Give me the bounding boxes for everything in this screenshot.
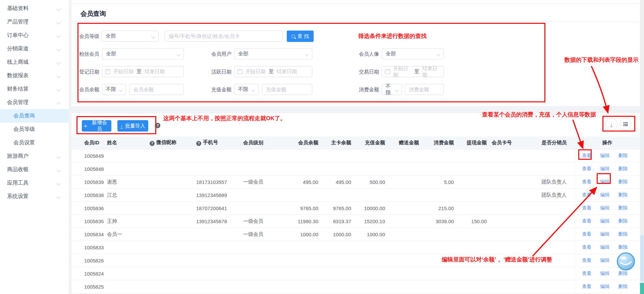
chevron-down-icon <box>56 7 61 11</box>
cell-consume <box>419 162 454 176</box>
sidebar-item-商品收银[interactable]: 商品收银 <box>0 163 69 176</box>
delete-link[interactable]: 删除 <box>618 205 628 211</box>
cell-phone <box>196 241 243 254</box>
export-download-button[interactable]: ↓ <box>605 118 618 130</box>
balance-op-select[interactable]: 不限 <box>102 84 126 95</box>
search-button[interactable]: 查 找 <box>287 31 314 42</box>
sidebar-item-分销渠道[interactable]: 分销渠道 <box>0 42 69 55</box>
sidebar-item-产品管理[interactable]: 产品管理 <box>0 15 69 29</box>
cell-consume <box>419 228 454 241</box>
trade-date-range[interactable]: 开始日期 至 结束日期 <box>382 66 444 77</box>
sidebar-subitem-会员设置[interactable]: 会员设置 <box>0 136 69 149</box>
batch-import-button[interactable]: ↓批量导入 <box>117 120 148 132</box>
view-link[interactable]: 查看 <box>582 244 591 250</box>
add-member-button[interactable]: +新增会员 <box>82 120 111 132</box>
cell-consume: 5.00 <box>419 176 454 189</box>
table-row: 1005848查看编辑删除 <box>71 162 640 176</box>
view-link[interactable]: 查看 <box>582 153 591 159</box>
sidebar-item-基础资料[interactable]: 基础资料 <box>0 2 69 15</box>
active-date-range[interactable]: 开始日期 至 结束日期 <box>234 66 312 77</box>
column-settings-button[interactable] <box>620 118 632 130</box>
cell-id: 1005835 <box>71 215 107 228</box>
sidebar-item-系统设置[interactable]: 系统设置 <box>0 190 69 203</box>
cell-nickname <box>149 202 196 215</box>
side-widget-tab[interactable] <box>640 283 644 294</box>
cell-consume <box>419 241 454 254</box>
balance-input[interactable] <box>129 84 184 95</box>
sidebar-item-线上商城[interactable]: 线上商城 <box>0 55 69 69</box>
delete-link[interactable]: 删除 <box>618 192 628 198</box>
delete-link[interactable]: 删除 <box>618 271 628 277</box>
view-link[interactable]: 查看 <box>582 192 591 198</box>
edit-link[interactable]: 编辑 <box>600 244 609 250</box>
cell-withdraw <box>454 280 487 293</box>
cell-nickname <box>149 280 196 293</box>
edit-link[interactable]: 编辑 <box>600 205 609 211</box>
delete-link[interactable]: 删除 <box>618 284 628 290</box>
customer-service-icon[interactable] <box>616 252 636 271</box>
edit-link[interactable]: 编辑 <box>600 153 609 159</box>
sidebar-item-应用工具[interactable]: 应用工具 <box>0 176 69 190</box>
edit-link[interactable]: 编辑 <box>600 257 609 263</box>
cell-card_no <box>487 241 520 254</box>
chevron-down-icon <box>56 20 61 24</box>
sidebar-item-旅游商户[interactable]: 旅游商户 <box>0 149 69 163</box>
delete-link[interactable]: 删除 <box>618 231 628 237</box>
keyword-input[interactable] <box>165 31 283 42</box>
view-link[interactable]: 查看 <box>582 271 591 277</box>
sidebar-item-财务结算[interactable]: 财务结算 <box>0 82 69 96</box>
cell-main_balance <box>319 267 352 280</box>
recharge-input[interactable] <box>262 84 312 95</box>
cell-nickname <box>149 254 196 267</box>
edit-link[interactable]: 编辑 <box>600 218 609 224</box>
cell-nickname <box>149 267 196 280</box>
help-icon[interactable]: ? <box>150 141 155 146</box>
delete-link[interactable]: 删除 <box>618 179 628 185</box>
calendar-icon <box>105 69 110 74</box>
cell-consume <box>419 149 454 162</box>
register-date-range[interactable]: 开始日期 至 结束日期 <box>102 66 184 77</box>
cell-id: 1005848 <box>71 162 107 176</box>
consume-input[interactable] <box>405 84 444 95</box>
help-icon[interactable]: ? <box>155 123 160 128</box>
view-link[interactable]: 查看 <box>582 257 591 263</box>
view-link[interactable]: 查看 <box>582 284 591 290</box>
sidebar-item-订单中心[interactable]: 订单中心 <box>0 29 69 42</box>
edit-link[interactable]: 编辑 <box>600 192 609 198</box>
sidebar-item-数据报表[interactable]: 数据报表 <box>0 69 69 82</box>
edit-link[interactable]: 编辑 <box>600 179 609 185</box>
delete-link[interactable]: 删除 <box>618 218 628 224</box>
column-header-actions: 操作 <box>574 136 640 149</box>
recharge-op-select[interactable]: 不限 <box>234 84 259 95</box>
view-link[interactable]: 查看 <box>582 166 591 172</box>
edit-link[interactable]: 编辑 <box>600 166 609 172</box>
sidebar-subitem-会员查询[interactable]: 会员查询 <box>0 109 69 122</box>
table-row: 1005839谢恩18173103557一级会员495.00495.00500.… <box>71 176 640 189</box>
view-link[interactable]: 查看 <box>582 231 591 237</box>
member-user-select[interactable]: 全部 <box>234 48 312 59</box>
cell-name: 谢恩 <box>107 176 149 189</box>
cell-distributor <box>520 162 574 176</box>
edit-link[interactable]: 编辑 <box>600 231 609 237</box>
delete-link[interactable]: 删除 <box>618 166 628 172</box>
member-avatar-select[interactable]: 全部 <box>382 48 444 59</box>
sidebar-subitem-会员等级[interactable]: 会员等级 <box>0 122 69 136</box>
help-icon[interactable]: ? <box>196 141 201 146</box>
fans-member-select[interactable]: 全部 <box>102 48 184 59</box>
delete-link[interactable]: 删除 <box>618 244 628 250</box>
view-link[interactable]: 查看 <box>582 179 591 185</box>
member-level-select[interactable]: 全部 <box>102 31 159 42</box>
edit-link[interactable]: 编辑 <box>600 271 609 277</box>
member-table-wrap: 会员ID姓名?微信昵称?手机号会员级别会员余额主卡余额充值金额赠送金额消费金额提… <box>71 136 640 294</box>
view-link[interactable]: 查看 <box>582 205 591 211</box>
edit-link[interactable]: 编辑 <box>600 284 609 290</box>
chevron-up-icon <box>56 102 61 106</box>
sidebar-item-会员管理[interactable]: 会员管理 <box>0 96 69 109</box>
cell-main_balance: 9765.00 <box>319 202 352 215</box>
table-row: 1005825查看编辑删除 <box>71 280 640 293</box>
delete-link[interactable]: 删除 <box>618 153 628 159</box>
consume-op-select[interactable]: 不限 <box>382 84 402 95</box>
view-link[interactable]: 查看 <box>582 218 591 224</box>
cell-recharge <box>352 162 385 176</box>
scrollbar-thumb[interactable] <box>640 235 644 282</box>
